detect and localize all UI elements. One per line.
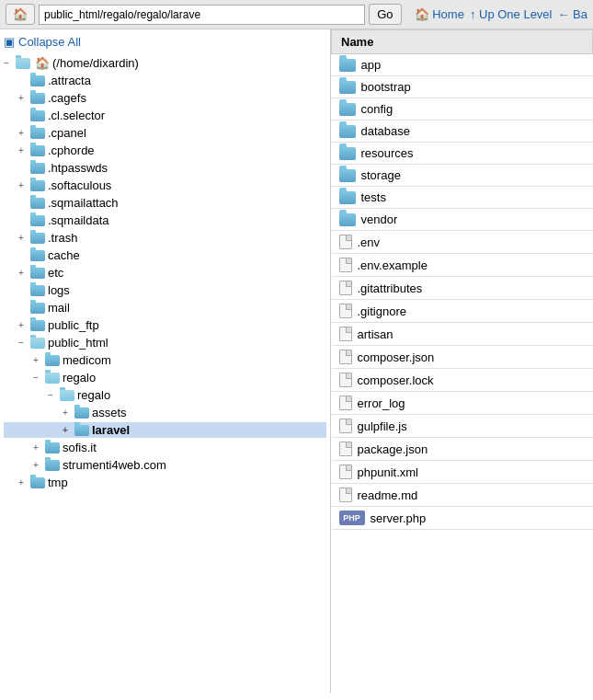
tree-item-label: .softaculous — [48, 178, 111, 192]
tree-item-sqmailattach[interactable]: .sqmailattach — [4, 195, 326, 211]
tree-item-public_ftp[interactable]: +public_ftp — [4, 317, 326, 333]
file-row-container: composer.json — [339, 350, 586, 364]
tree-item-htpasswds[interactable]: .htpasswds — [4, 160, 326, 176]
table-row[interactable]: composer.lock — [332, 369, 593, 392]
folder-icon — [74, 425, 89, 436]
file-row-container: .env — [339, 235, 586, 249]
file-row-container: storage — [339, 168, 586, 182]
list-item: .attracta — [4, 72, 326, 89]
tree-item-trash[interactable]: +.trash — [4, 230, 326, 246]
folder-icon — [30, 145, 45, 156]
tree-item-cagefs[interactable]: +.cagefs — [4, 90, 326, 106]
file-row-container: bootstrap — [339, 80, 586, 94]
left-panel: ▣ Collapse All −🏠(/home/dixardin).attrac… — [0, 29, 331, 693]
tree-item-cache[interactable]: cache — [4, 247, 326, 263]
file-row-container: composer.lock — [339, 373, 586, 387]
table-row[interactable]: package.json — [332, 438, 593, 461]
tree-item-softaculous[interactable]: +.softaculous — [4, 178, 326, 193]
tree-item-medicom[interactable]: +medicom — [4, 352, 326, 368]
tree-item-label: public_ftp — [48, 318, 99, 332]
toggle-icon: − — [33, 373, 42, 383]
toggle-icon: + — [33, 355, 42, 365]
tree-item-sqmaildata[interactable]: .sqmaildata — [4, 212, 326, 228]
file-name-label: gulpfile.js — [358, 419, 407, 433]
file-row-container: readme.md — [339, 488, 586, 502]
tree-item-label: cache — [48, 248, 80, 262]
tree-item-attracta[interactable]: .attracta — [4, 73, 326, 88]
go-button[interactable]: Go — [369, 4, 401, 25]
folder-icon — [60, 390, 74, 401]
folder-icon — [30, 180, 45, 191]
table-row[interactable]: storage — [332, 165, 593, 187]
home-icon-btn[interactable]: 🏠 — [6, 4, 35, 25]
tree-item-label: logs — [48, 283, 70, 297]
table-row[interactable]: composer.json — [332, 346, 593, 369]
tree-item-label: strumenti4web.com — [63, 458, 166, 472]
tree-item-cphorde[interactable]: +.cphorde — [4, 143, 326, 158]
table-row[interactable]: readme.md — [332, 484, 593, 507]
table-row[interactable]: .gitattributes — [332, 277, 593, 300]
table-row[interactable]: gulpfile.js — [332, 415, 593, 438]
tree-item-regalo_child[interactable]: −regalo — [4, 387, 326, 403]
file-tree: −🏠(/home/dixardin).attracta+.cagefs.cl.s… — [4, 54, 326, 491]
file-row-container: package.json — [339, 442, 586, 456]
address-input[interactable] — [39, 5, 365, 25]
tree-item-label: .cphorde — [48, 143, 95, 157]
table-row[interactable]: tests — [332, 187, 593, 209]
tree-item-cpanel[interactable]: +.cpanel — [4, 125, 326, 141]
table-row[interactable]: config — [332, 98, 593, 120]
list-item: −regalo — [4, 369, 326, 386]
collapse-all-button[interactable]: ▣ Collapse All — [4, 35, 326, 49]
file-row-container: gulpfile.js — [339, 419, 586, 433]
tree-item-assets[interactable]: +assets — [4, 405, 326, 420]
tree-item-root[interactable]: −🏠(/home/dixardin) — [4, 55, 326, 71]
top-bar: 🏠 Go 🏠 Home ↑ Up One Level ← Ba — [0, 0, 593, 29]
tree-item-sofis_it[interactable]: +sofis.it — [4, 440, 326, 455]
folder-icon — [30, 215, 45, 226]
file-name-cell: composer.json — [332, 346, 593, 369]
file-name-label: readme.md — [358, 488, 418, 502]
folder-icon — [16, 58, 30, 69]
folder-icon — [30, 338, 45, 349]
folder-icon — [339, 103, 356, 116]
tree-item-tmp[interactable]: +tmp — [4, 475, 326, 490]
tree-item-strumenti4web[interactable]: +strumenti4web.com — [4, 457, 326, 473]
tree-item-label: laravel — [92, 423, 130, 437]
table-row[interactable]: .gitignore — [332, 300, 593, 323]
table-row[interactable]: artisan — [332, 323, 593, 346]
file-row-container: tests — [339, 190, 586, 204]
folder-icon — [30, 268, 45, 279]
table-row[interactable]: .env.example — [332, 254, 593, 277]
table-row[interactable]: PHPserver.php — [332, 507, 593, 530]
list-item: +medicom — [4, 351, 326, 369]
tree-item-cl_selector[interactable]: .cl.selector — [4, 108, 326, 123]
file-icon — [339, 465, 352, 479]
table-row[interactable]: app — [332, 54, 593, 76]
table-row[interactable]: phpunit.xml — [332, 461, 593, 484]
tree-item-logs[interactable]: logs — [4, 282, 326, 298]
file-name-cell: vendor — [332, 209, 593, 231]
table-row[interactable]: database — [332, 120, 593, 143]
table-row[interactable]: .env — [332, 231, 593, 254]
tree-item-public_html[interactable]: −public_html — [4, 335, 326, 350]
tree-item-mail[interactable]: mail — [4, 300, 326, 316]
table-row[interactable]: error_log — [332, 392, 593, 415]
right-panel: Name appbootstrapconfigdatabaseresources… — [331, 29, 593, 693]
home-button[interactable]: 🏠 Home — [415, 7, 464, 21]
table-row[interactable]: bootstrap — [332, 76, 593, 98]
list-item: mail — [4, 299, 326, 316]
toggle-icon: + — [33, 460, 42, 470]
table-row[interactable]: resources — [332, 143, 593, 165]
file-name-cell: gulpfile.js — [332, 415, 593, 438]
tree-item-label: .sqmailattach — [48, 196, 119, 210]
file-row-container: .gitignore — [339, 304, 586, 318]
tree-item-laravel[interactable]: +laravel — [4, 422, 326, 438]
file-name-label: artisan — [358, 327, 393, 341]
tree-item-regalo_parent[interactable]: −regalo — [4, 370, 326, 385]
file-icon — [339, 304, 352, 318]
table-row[interactable]: vendor — [332, 209, 593, 231]
tree-item-etc[interactable]: +etc — [4, 265, 326, 281]
back-button[interactable]: ← Ba — [557, 7, 587, 21]
up-one-level-button[interactable]: ↑ Up One Level — [470, 7, 553, 21]
tree-item-label: .cagefs — [48, 91, 86, 105]
